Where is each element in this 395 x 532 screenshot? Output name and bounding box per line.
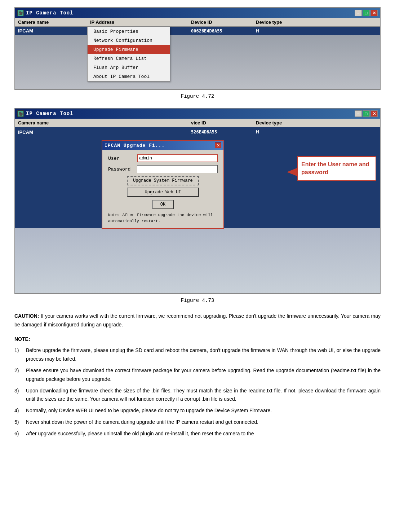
user-field: User	[108, 154, 218, 162]
password-field: Password	[108, 165, 218, 173]
camera-list-row-2[interactable]: IPCAM 526E4D8A55 H IPCAM Upgrade Fi... ✕…	[15, 127, 380, 228]
minimize-button-1[interactable]: –	[355, 10, 362, 16]
note-item-2: 2) Please ensure you have download the c…	[14, 366, 381, 384]
list-header-2: Camera name vice ID Device type	[15, 119, 380, 127]
dialog-close-button[interactable]: ✕	[215, 142, 221, 148]
callout-text: Enter the User name and password	[301, 161, 369, 175]
camera-list-row-1[interactable]: IPCAM 00626E4D8A55 H Basic Properties Ne…	[15, 27, 380, 35]
context-menu-1: Basic Properties Network Configuration U…	[87, 27, 170, 82]
dialog-titlebar: IPCAM Upgrade Fi... ✕	[102, 141, 223, 150]
note-text-4: Normally, only Device WEB UI need to be …	[26, 406, 381, 415]
dialog-content: User Password Upgrade System Firmware Up…	[102, 150, 223, 228]
app-icon-2: 🎥	[17, 110, 24, 117]
user-label: User	[108, 156, 137, 161]
menu-about[interactable]: About IP Camera Tool	[88, 72, 170, 81]
fig2-body	[15, 228, 380, 293]
device-id-cell-1: 00626E4D8A55	[191, 28, 256, 34]
window-title-2: IP Camera Tool	[26, 111, 74, 116]
figure-caption-1: Figure 4.72	[14, 93, 381, 99]
col-camera-name-2: Camera name	[18, 120, 90, 126]
minimize-button-2[interactable]: –	[355, 110, 362, 117]
note-text-6: After upgrade successfully, please unins…	[26, 430, 381, 438]
ok-button[interactable]: OK	[152, 200, 174, 209]
maximize-button-2[interactable]: □	[363, 110, 370, 117]
caution-paragraph: CAUTION: If your camera works well with …	[14, 312, 381, 329]
note-item-4: 4) Normally, only Device WEB UI need to …	[14, 406, 381, 415]
menu-flush-arp[interactable]: Flush Arp Buffer	[88, 63, 170, 72]
callout-arrow	[287, 168, 298, 176]
note-section: NOTE: 1) Before upgrade the firmware, pl…	[14, 335, 381, 438]
fig1-body	[15, 35, 380, 89]
menu-refresh-list[interactable]: Refresh Camera List	[88, 54, 170, 63]
figure-caption-2: Figure 4.73	[14, 298, 381, 303]
note-item-5: 5) Never shut down the power of the came…	[14, 418, 381, 427]
note-text-1: Before upgrade the firmware, please unpl…	[26, 346, 381, 364]
col-ip-address-1: IP Address	[90, 19, 191, 25]
note-label: NOTE:	[14, 335, 381, 344]
close-button-2[interactable]: ✕	[370, 110, 378, 117]
caution-body: If your camera works well with the curre…	[14, 313, 381, 327]
maximize-button-1[interactable]: □	[363, 10, 370, 16]
camera-name-cell-1: IPCAM	[18, 28, 90, 34]
note-item-3: 3) Upon downloading the firmware check t…	[14, 387, 381, 404]
upgrade-web-ui-button[interactable]: Upgrade Web UI	[127, 188, 199, 197]
device-type-cell-1: H	[256, 28, 321, 34]
upgrade-firmware-dialog: IPCAM Upgrade Fi... ✕ User Password Upgr…	[102, 140, 224, 229]
col-device-id-1: Device ID	[191, 19, 256, 25]
window-controls-1: – □ ✕	[355, 10, 378, 16]
device-type-cell-2: H	[256, 129, 321, 135]
figure-4-72-window: 🎥 IP Camera Tool – □ ✕ Camera name IP Ad…	[14, 7, 381, 90]
upgrade-system-firmware-button[interactable]: Upgrade System Firmware	[127, 176, 199, 185]
app-icon-1: 🎥	[17, 10, 24, 16]
menu-basic-properties[interactable]: Basic Properties	[88, 27, 170, 36]
menu-network-config[interactable]: Network Configuration	[88, 36, 170, 45]
camera-name-cell-2: IPCAM	[18, 129, 90, 135]
dialog-title: IPCAM Upgrade Fi...	[105, 143, 165, 148]
figure-4-73-window: 🎥 IP Camera Tool – □ ✕ Camera name vice …	[14, 108, 381, 294]
list-header-1: Camera name IP Address Device ID Device …	[15, 18, 380, 27]
col-ip-2	[90, 120, 191, 126]
menu-upgrade-firmware[interactable]: Upgrade Firmware	[88, 45, 170, 54]
note-text-3: Upon downloading the firmware check the …	[26, 387, 381, 404]
caution-label: CAUTION:	[14, 313, 39, 319]
titlebar-1: 🎥 IP Camera Tool – □ ✕	[15, 8, 380, 18]
close-button-1[interactable]: ✕	[370, 10, 378, 16]
window-title-1: IP Camera Tool	[26, 10, 74, 16]
titlebar-left-1: 🎥 IP Camera Tool	[17, 10, 74, 16]
password-label: Password	[108, 167, 137, 172]
device-id-cell-2: 526E4D8A55	[191, 129, 256, 135]
col-device-type-2: Device type	[256, 120, 321, 126]
password-input[interactable]	[137, 165, 218, 173]
col-device-type-1: Device type	[256, 19, 321, 25]
note-text-2: Please ensure you have download the corr…	[26, 366, 381, 384]
callout-box: Enter the User name and password	[297, 156, 376, 181]
col-camera-name-1: Camera name	[18, 19, 90, 25]
note-item-1: 1) Before upgrade the firmware, please u…	[14, 346, 381, 364]
note-text-5: Never shut down the power of the camera …	[26, 418, 381, 427]
note-item-6: 6) After upgrade successfully, please un…	[14, 430, 381, 438]
bottom-section: CAUTION: If your camera works well with …	[14, 312, 381, 438]
note-list: 1) Before upgrade the firmware, please u…	[14, 346, 381, 438]
dialog-note: Note: After firmware upgrade the device …	[108, 212, 218, 224]
user-input[interactable]	[137, 154, 218, 162]
window-controls-2: – □ ✕	[355, 110, 378, 117]
col-device-id-2: vice ID	[191, 120, 256, 126]
titlebar-left-2: 🎥 IP Camera Tool	[17, 110, 74, 117]
titlebar-2: 🎥 IP Camera Tool – □ ✕	[15, 109, 380, 119]
